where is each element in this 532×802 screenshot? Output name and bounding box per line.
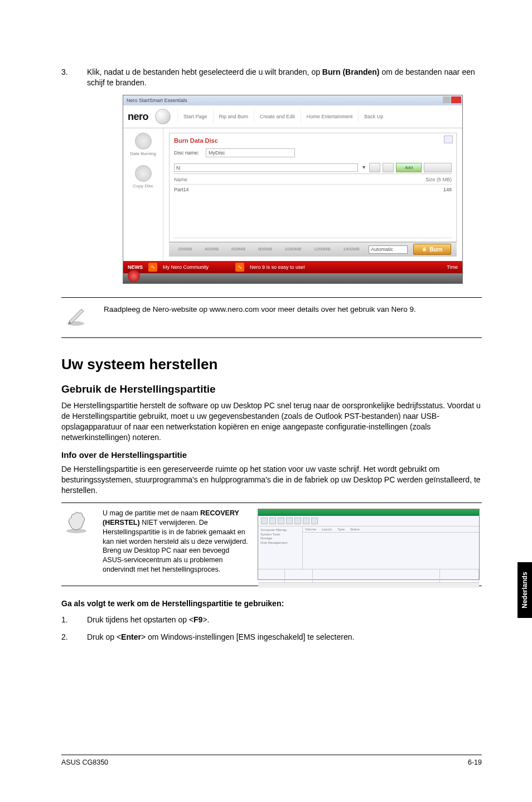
list-col-size: Size (5 MB)	[425, 176, 452, 183]
steps-heading: Ga als volgt te werk om de Herstellingsp…	[61, 598, 482, 609]
nero-logo: nero	[128, 110, 148, 123]
note-nero-text: Raadpleeg de Nero-website op www.nero.co…	[104, 305, 478, 330]
tab-start-page[interactable]: Start Page	[177, 110, 213, 123]
language-tab[interactable]: Nederlands	[518, 562, 532, 618]
step-2-row: 2. Druk op <Enter> om Windows-instelling…	[61, 632, 482, 642]
flame-icon	[422, 247, 427, 252]
heading-recovery-partition: Gebruik de Herstellingspartitie	[61, 382, 482, 397]
step-3-row: 3. Klik, nadat u de bestanden hebt gesel…	[61, 67, 482, 88]
tb-icon[interactable]	[303, 518, 309, 524]
dm-titlebar	[258, 509, 479, 516]
step-3-text: Klik, nadat u de bestanden hebt geselect…	[87, 67, 482, 88]
side-item-data-burning[interactable]: Data Burning	[125, 151, 161, 157]
step-3-number: 3.	[61, 67, 71, 88]
rss-icon[interactable]: ∿	[148, 263, 157, 272]
dm-disk-layout	[258, 569, 479, 582]
disc-name-input[interactable]: MyDisc	[206, 148, 295, 157]
heading-info-recovery: Info over de Herstellingspartitie	[61, 450, 482, 461]
dm-toolbar	[258, 516, 479, 526]
copy-disc-icon[interactable]	[135, 165, 152, 182]
hand-warning-icon	[64, 509, 94, 537]
nero-header: nero Start Page Rip and Burn Create and …	[123, 105, 462, 128]
pen-note-icon	[65, 305, 91, 330]
news-time: Time	[447, 264, 458, 270]
disk-management-screenshot: Computer Manag... System Tools Storage D…	[258, 509, 480, 580]
disc-name-label: Disc name:	[174, 149, 199, 156]
news-label: NEWS	[128, 264, 143, 270]
close-icon[interactable]	[451, 96, 461, 103]
news-item-2[interactable]: Nero 9 is so easy to use!	[250, 264, 441, 270]
rss-icon-2[interactable]: ∿	[235, 263, 244, 272]
news-item-1[interactable]: My Nero Community	[163, 264, 230, 270]
dm-partition[interactable]	[285, 569, 313, 582]
list-item[interactable]: Part14	[174, 186, 443, 193]
nero-side-nav: Data Burning Copy Disc	[123, 128, 163, 261]
note-nero-website: Raadpleeg de Nero-website op www.nero.co…	[61, 297, 482, 338]
burn-button[interactable]: Burn	[413, 244, 451, 255]
tb-icon[interactable]	[269, 518, 276, 524]
nero-window-title: Nero StartSmart Essentials	[127, 97, 187, 104]
tb-icon[interactable]	[311, 518, 318, 524]
list-item-size: 148	[443, 186, 452, 193]
dm-partition[interactable]	[313, 569, 440, 582]
dm-tree[interactable]: Computer Manag... System Tools Storage D…	[258, 526, 303, 569]
mode-select[interactable]: Automatic	[369, 245, 408, 254]
dm-status-bar	[258, 582, 479, 588]
step-1-row: 1. Druk tijdens het opstarten op <F9>.	[61, 615, 482, 625]
footer-product: ASUS CG8350	[61, 758, 108, 767]
footer-page-number: 6-19	[468, 758, 482, 767]
file-list[interactable]: Part14 148	[174, 185, 452, 238]
minimize-icon[interactable]	[443, 96, 451, 103]
dm-volume-list[interactable]: Volume Layout Type Status	[303, 526, 479, 569]
up-folder-icon[interactable]	[369, 163, 380, 172]
tb-icon[interactable]	[261, 518, 268, 524]
nero-orb-icon[interactable]	[128, 270, 140, 282]
tab-home-ent[interactable]: Home Entertainment	[301, 110, 359, 123]
page-footer: ASUS CG8350 6-19	[61, 755, 482, 767]
panel-toggle-icon[interactable]	[444, 136, 453, 143]
view-icon[interactable]	[383, 163, 394, 172]
nero-screenshot: Nero StartSmart Essentials nero Start Pa…	[123, 95, 463, 284]
add-button[interactable]: Add	[396, 163, 422, 172]
globe-icon[interactable]	[155, 109, 171, 124]
para-recovery-1: De Herstellingspartitie herstelt de soft…	[61, 400, 482, 443]
tb-icon[interactable]	[286, 518, 293, 524]
tb-icon[interactable]	[294, 518, 301, 524]
tab-backup[interactable]: Back Up	[358, 110, 389, 123]
para-recovery-2: De Herstellingspartitie is een gereserve…	[61, 464, 482, 496]
window-controls	[443, 96, 461, 103]
news-bar: NEWS ∿ My Nero Community ∿ Nero 9 is so …	[123, 261, 462, 273]
tab-rip-burn[interactable]: Rip and Burn	[213, 110, 254, 123]
remove-icon[interactable]	[424, 163, 452, 172]
heading-system-restore: Uw systeem herstellen	[61, 355, 482, 374]
tb-icon[interactable]	[278, 518, 284, 524]
path-input[interactable]: N:	[174, 163, 358, 172]
list-col-name: Name	[174, 176, 425, 183]
recovery-warning-text: U mag de partitie met de naam RECOVERY (…	[103, 509, 249, 574]
nero-footer	[123, 273, 462, 283]
side-item-copy-disc[interactable]: Copy Disc	[125, 183, 161, 190]
dm-disk-label	[258, 569, 285, 582]
nero-top-tabs: Start Page Rip and Burn Create and Edit …	[177, 110, 458, 123]
tab-create-edit[interactable]: Create and Edit	[254, 110, 301, 123]
capacity-ruler: 200MB 400MB 600MB 800MB 1000MB 1200MB 14…	[169, 242, 457, 257]
recovery-warning-row: U mag de partitie met de naam RECOVERY (…	[61, 503, 482, 586]
burn-data-disc-title: Burn Data Disc	[174, 137, 452, 145]
dm-partition-recovery[interactable]	[440, 569, 479, 582]
data-burning-icon[interactable]	[135, 133, 152, 149]
nero-titlebar: Nero StartSmart Essentials	[123, 95, 462, 105]
